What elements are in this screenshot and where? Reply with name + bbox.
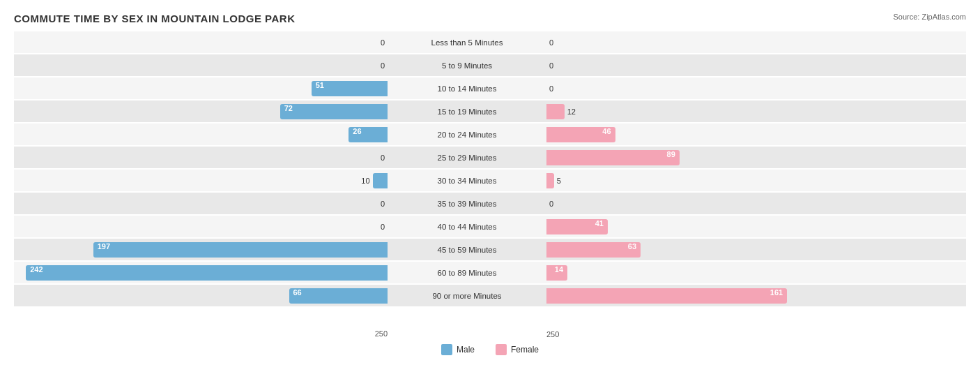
- chart-row: 10 30 to 34 Minutes 5: [14, 170, 966, 191]
- row-label: 5 to 9 Minutes: [390, 61, 544, 70]
- male-value: 10: [361, 177, 369, 185]
- left-section: 0: [14, 31, 390, 53]
- chart-area: 0 Less than 5 Minutes 0 0 5 to 9 Minutes…: [14, 31, 966, 325]
- male-value-zero: 0: [381, 200, 385, 208]
- bar-male: 72: [280, 104, 388, 119]
- row-label: Less than 5 Minutes: [390, 38, 544, 47]
- female-value-inside: 46: [602, 127, 611, 135]
- bar-male: 26: [349, 127, 388, 142]
- female-value-inside: 41: [595, 219, 604, 228]
- left-section: 66: [14, 285, 390, 306]
- male-value-inside: 51: [316, 81, 324, 89]
- right-section: 161: [544, 285, 920, 306]
- bar-male: 51: [312, 81, 388, 96]
- left-section: 10: [14, 170, 390, 191]
- legend-male-box: [441, 344, 452, 355]
- bar-male: 197: [93, 242, 388, 258]
- female-value-zero: 0: [549, 61, 553, 70]
- legend-male: Male: [441, 344, 475, 355]
- right-section: 12: [544, 100, 920, 122]
- chart-row: 51 10 to 14 Minutes 0: [14, 77, 966, 99]
- source-label: Source: ZipAtlas.com: [893, 13, 966, 21]
- row-label: 25 to 29 Minutes: [390, 154, 544, 162]
- row-label: 35 to 39 Minutes: [390, 200, 544, 208]
- female-value-inside: 14: [555, 265, 563, 274]
- female-value-zero: 0: [549, 38, 553, 47]
- chart-row: 0 25 to 29 Minutes 89: [14, 147, 966, 168]
- chart-row: 26 20 to 24 Minutes 46: [14, 124, 966, 145]
- left-section: 0: [14, 54, 390, 76]
- bar-male: 242: [26, 265, 388, 281]
- right-section: 14: [544, 262, 920, 283]
- legend: Male Female: [14, 344, 966, 355]
- row-label: 60 to 89 Minutes: [390, 269, 544, 277]
- female-value-inside: 161: [770, 288, 783, 297]
- row-label: 30 to 34 Minutes: [390, 177, 544, 185]
- left-section: 242: [14, 262, 390, 283]
- male-value-inside: 197: [98, 242, 110, 251]
- chart-container: COMMUTE TIME BY SEX IN MOUNTAIN LODGE PA…: [0, 0, 980, 365]
- right-section: 41: [544, 216, 920, 237]
- row-label: 20 to 24 Minutes: [390, 131, 544, 139]
- row-label: 10 to 14 Minutes: [390, 84, 544, 93]
- row-label: 45 to 59 Minutes: [390, 246, 544, 254]
- left-section: 0: [14, 147, 390, 168]
- female-value: 5: [557, 177, 561, 185]
- female-value-zero: 0: [549, 200, 553, 208]
- bar-female: 63: [546, 242, 641, 258]
- left-section: 0: [14, 216, 390, 237]
- bar-male: [373, 173, 388, 188]
- male-value-inside: 26: [353, 127, 361, 135]
- male-value-inside: 242: [30, 265, 43, 274]
- chart-row: 0 Less than 5 Minutes 0: [14, 31, 966, 53]
- bar-female: 41: [546, 219, 608, 234]
- male-value-zero: 0: [381, 154, 385, 162]
- right-section: 0: [544, 193, 920, 214]
- chart-row: 66 90 or more Minutes 161: [14, 285, 966, 306]
- bar-female: [546, 173, 554, 188]
- female-value-inside: 63: [628, 242, 636, 251]
- left-section: 72: [14, 100, 390, 122]
- axis-left: 250: [14, 329, 390, 338]
- male-value-inside: 72: [284, 104, 293, 112]
- axis-right-label: 250: [546, 330, 559, 338]
- right-section: 0: [544, 31, 920, 53]
- bar-female: 46: [546, 127, 615, 142]
- male-value-zero: 0: [381, 61, 385, 70]
- left-section: 26: [14, 124, 390, 145]
- legend-female-box: [496, 344, 507, 355]
- axis-row: 250 250: [14, 327, 966, 340]
- row-label: 40 to 44 Minutes: [390, 223, 544, 231]
- bar-male: 66: [289, 288, 388, 304]
- female-value-inside: 89: [667, 150, 675, 158]
- row-label: 15 to 19 Minutes: [390, 107, 544, 116]
- chart-row: 0 5 to 9 Minutes 0: [14, 54, 966, 76]
- chart-row: 0 35 to 39 Minutes 0: [14, 193, 966, 214]
- row-label: 90 or more Minutes: [390, 292, 544, 300]
- male-value-zero: 0: [381, 38, 385, 47]
- chart-row: 0 40 to 44 Minutes 41: [14, 216, 966, 237]
- right-section: 5: [544, 170, 920, 191]
- female-value: 12: [567, 107, 576, 116]
- axis-left-label: 250: [375, 329, 388, 338]
- male-value-zero: 0: [381, 223, 385, 231]
- bar-female: 14: [546, 265, 567, 281]
- chart-row: 72 15 to 19 Minutes 12: [14, 100, 966, 122]
- left-section: 0: [14, 193, 390, 214]
- right-section: 89: [544, 147, 920, 168]
- left-section: 51: [14, 77, 390, 99]
- right-section: 0: [544, 77, 920, 99]
- chart-title: COMMUTE TIME BY SEX IN MOUNTAIN LODGE PA…: [14, 13, 966, 24]
- bar-female: 89: [546, 150, 680, 165]
- left-section: 197: [14, 239, 390, 260]
- legend-female: Female: [496, 344, 539, 355]
- legend-female-label: Female: [511, 345, 539, 355]
- right-section: 63: [544, 239, 920, 260]
- female-value-zero: 0: [549, 84, 553, 93]
- bar-female: [546, 104, 565, 119]
- male-value-inside: 66: [293, 288, 302, 297]
- bar-female: 161: [546, 288, 787, 304]
- right-section: 0: [544, 54, 920, 76]
- right-section: 46: [544, 124, 920, 145]
- axis-right: 250: [544, 327, 920, 340]
